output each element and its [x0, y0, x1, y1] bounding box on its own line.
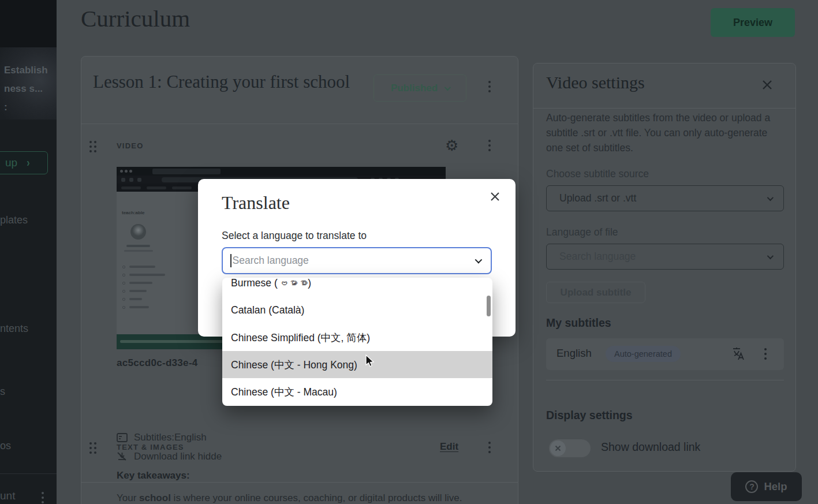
my-subtitles-heading: My subtitles	[546, 316, 611, 330]
chevron-down-icon	[767, 194, 774, 200]
help-label: Help	[764, 480, 787, 493]
show-download-toggle[interactable]	[549, 439, 591, 457]
sidebar-account[interactable]: unt	[0, 488, 57, 504]
sidebar-item-templates[interactable]: plates	[0, 214, 28, 226]
language-option[interactable]: Catalan (Català)	[222, 297, 492, 324]
subtitle-menu-icon[interactable]	[764, 348, 767, 360]
chevron-down-icon	[767, 252, 774, 259]
sidebar-header	[0, 0, 57, 47]
show-download-label: Show download link	[601, 440, 700, 454]
question-icon: ?	[745, 480, 758, 493]
browser-titlebar	[117, 167, 446, 176]
display-settings-heading: Display settings	[546, 409, 633, 422]
language-option-highlighted[interactable]: Chinese (中文 - Hong Kong)	[222, 351, 492, 378]
key-takeaways-heading: Key takeaways:	[117, 470, 190, 481]
chevron-right-icon: ›	[27, 156, 29, 170]
video-settings-panel: Video settings Auto-generate subtitles f…	[533, 63, 796, 472]
subtitles-row: Subtitles:English	[117, 432, 207, 443]
page-title: Curriculum	[81, 5, 190, 32]
toggle-knob	[550, 440, 566, 456]
language-option[interactable]: Chinese (中文 - Macau)	[222, 378, 492, 405]
language-search-input[interactable]: Search language	[222, 247, 492, 274]
course-thumb-text: Establish	[4, 65, 48, 76]
subtitles-text: Subtitles:English	[134, 432, 207, 443]
upload-subtitle-button[interactable]: Upload subtitle	[546, 282, 645, 303]
drag-handle-icon[interactable]	[89, 141, 96, 152]
setup-button-label: up	[5, 156, 17, 169]
drag-handle-icon[interactable]	[89, 442, 96, 454]
published-status-button[interactable]: Published	[373, 74, 466, 102]
sidebar: Establish ness s... : up › plates ntents…	[0, 0, 57, 504]
subtitle-row: English Auto-generated	[546, 338, 784, 370]
divider	[533, 108, 795, 109]
thumbnail-avatar	[130, 224, 146, 240]
close-icon[interactable]	[490, 192, 500, 203]
language-option[interactable]: Burmese (ဗမာစာ)	[222, 278, 492, 297]
course-thumb-text: ness s...	[4, 83, 43, 95]
text-section-label: TEXT & IMAGES	[117, 443, 184, 451]
video-section-label: VIDEO	[117, 141, 143, 150]
modal-title: Translate	[222, 192, 290, 214]
panel-title: Video settings	[546, 73, 645, 92]
video-filename: ac5ccd0c-d33e-4	[117, 357, 198, 369]
lesson-title: Lesson 1: Creating your first school	[93, 72, 350, 92]
sidebar-item-2[interactable]: os	[0, 440, 11, 452]
download-hidden-icon	[117, 451, 128, 462]
text-caret	[230, 254, 231, 267]
panel-description: Auto-generate subtitles from the video o…	[546, 110, 785, 155]
text-menu-icon[interactable]	[488, 442, 491, 453]
subtitle-source-select[interactable]: Upload .srt or .vtt	[546, 185, 784, 211]
language-dropdown: Burmese (ဗမာစာ) Catalan (Català) Chinese…	[222, 278, 492, 406]
divider	[546, 380, 784, 380]
mouse-cursor	[364, 354, 376, 368]
download-row: Download link hidde	[117, 451, 222, 462]
download-text: Download link hidde	[134, 451, 222, 462]
lesson-body-text: Your school is where your online courses…	[117, 492, 509, 504]
subtitle-language: English	[556, 347, 592, 360]
divider	[81, 482, 518, 483]
video-menu-icon[interactable]	[488, 140, 491, 151]
course-thumb-text: :	[4, 102, 8, 113]
subtitle-source-value: Upload .srt or .vtt	[559, 192, 636, 204]
gear-icon[interactable]: ⚙	[445, 138, 458, 153]
account-label: unt	[0, 490, 15, 502]
preview-button[interactable]: Preview	[711, 8, 795, 37]
app-window: Establish ness s... : up › plates ntents…	[0, 0, 818, 504]
sidebar-divider	[0, 473, 57, 474]
account-menu-icon[interactable]	[42, 492, 44, 503]
auto-generated-badge: Auto-generated	[606, 346, 681, 362]
translate-icon[interactable]	[731, 346, 746, 363]
setup-button[interactable]: up ›	[0, 151, 48, 174]
chevron-down-icon	[475, 256, 483, 264]
thumbnail-logo: teach:able	[122, 210, 145, 215]
subtitles-icon	[117, 433, 128, 442]
sidebar-item-1[interactable]: s	[0, 386, 5, 398]
chevron-down-icon	[445, 84, 451, 90]
language-of-file-select[interactable]: Search language	[546, 244, 784, 270]
sidebar-item-contents[interactable]: ntents	[0, 323, 28, 335]
course-thumbnail[interactable]: Establish ness s... :	[0, 47, 57, 120]
search-placeholder: Search language	[233, 255, 309, 267]
help-button[interactable]: ? Help	[731, 472, 802, 501]
scrollbar-thumb[interactable]	[487, 296, 491, 316]
divider	[81, 124, 518, 124]
language-of-file-label: Language of file	[546, 226, 618, 238]
language-placeholder: Search language	[559, 251, 636, 263]
published-label: Published	[391, 83, 438, 94]
close-icon[interactable]	[762, 80, 772, 92]
language-option[interactable]: Chinese Simplified (中文, 简体)	[222, 324, 492, 351]
edit-link[interactable]: Edit	[440, 441, 458, 453]
lesson-menu-icon[interactable]	[488, 81, 491, 92]
modal-label: Select a language to translate to	[222, 230, 367, 242]
subtitle-source-label: Choose subtitle source	[546, 168, 649, 180]
